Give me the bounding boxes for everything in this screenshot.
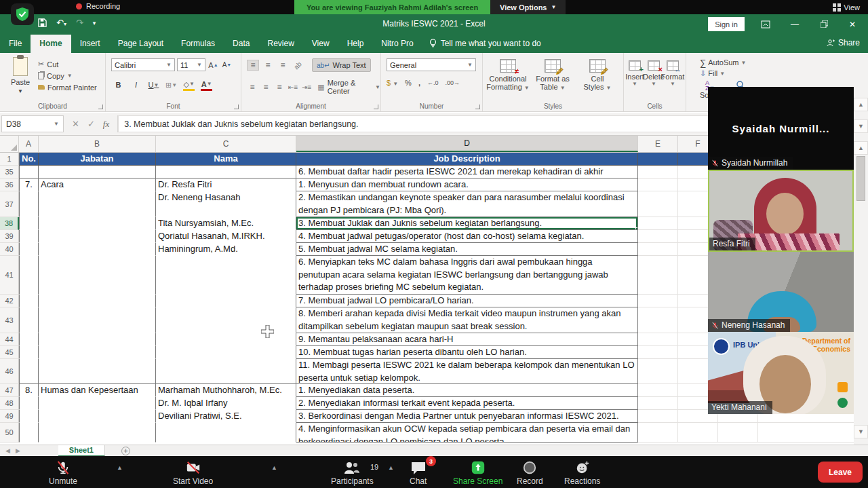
align-right-icon[interactable]: ≡ — [274, 82, 285, 92]
cell-nama[interactable]: Dr. Resfa Fitri — [156, 179, 296, 191]
cell-no[interactable] — [19, 230, 39, 243]
unmute-options-caret[interactable]: ▲ — [117, 464, 123, 471]
cell-no[interactable] — [19, 423, 39, 443]
column-header-d[interactable]: D — [296, 136, 638, 152]
cell[interactable] — [638, 307, 678, 333]
tab-home[interactable]: Home — [31, 35, 71, 53]
enter-icon[interactable]: ✓ — [87, 119, 95, 129]
cell-jabatan[interactable] — [39, 295, 156, 307]
bold-button[interactable]: B — [113, 79, 124, 91]
cell-job-description[interactable]: 6. Menyiapkan teks MC dalam bahasa Inggr… — [296, 256, 638, 295]
selected-cell[interactable]: 3. Membuat Juklak dan Juknis sebelum keg… — [296, 217, 638, 230]
cell-no[interactable] — [19, 307, 39, 333]
tell-me-box[interactable]: Tell me what you want to do — [422, 35, 548, 53]
increase-decimal-icon[interactable]: ←.0 — [427, 79, 439, 86]
cell[interactable] — [638, 217, 678, 230]
cell-job-description[interactable]: 10. Membuat tugas harian peserta dibantu… — [296, 346, 638, 359]
row-header[interactable]: 36 — [0, 179, 19, 191]
sheet-tab[interactable]: Sheet1 — [58, 445, 105, 457]
cell-job-description[interactable]: 7. Membuat jadwal LO pembicara/LO harian… — [296, 295, 638, 307]
cell[interactable] — [638, 384, 678, 397]
cell-nama[interactable]: Tita Nursyamsiah, M.Ec. — [156, 217, 296, 230]
cell-styles-button[interactable]: 🖉 Cell Styles ▼ — [575, 56, 620, 92]
row-header[interactable]: 49 — [0, 410, 19, 423]
row-header[interactable]: 47 — [0, 384, 19, 397]
cell[interactable] — [638, 397, 678, 410]
tab-insert[interactable]: Insert — [71, 35, 109, 53]
cut-button[interactable]: ✂ Cut — [38, 58, 97, 70]
cell[interactable] — [758, 423, 868, 443]
unmute-button[interactable]: Unmute — [49, 460, 77, 486]
share-screen-button[interactable]: Share Screen — [453, 460, 502, 486]
sign-in-button[interactable]: Sign in — [708, 17, 745, 31]
percent-style-icon[interactable]: % — [405, 79, 412, 87]
bottom-align-icon[interactable]: ≡ — [277, 60, 289, 70]
autosum-button[interactable]: ∑ AutoSum ▼ — [700, 57, 751, 68]
cell-no[interactable] — [19, 217, 39, 230]
cell[interactable] — [638, 243, 678, 256]
tab-view[interactable]: View — [303, 35, 338, 53]
share-button[interactable]: Share — [827, 38, 860, 48]
participants-options-caret[interactable]: ▲ — [388, 464, 394, 471]
cell-job-description[interactable]: 2. Memastikan undangan keynote speaker d… — [296, 191, 638, 217]
expand-formula-bar-icon[interactable]: ▼ — [854, 119, 868, 133]
merge-center-button[interactable]: ▦ Merge & Center ▼ — [317, 79, 380, 95]
cell[interactable] — [638, 179, 678, 191]
cell-nama[interactable] — [156, 256, 296, 295]
cell-job-description[interactable]: 8. Memberi arahan kepada divisi Media te… — [296, 307, 638, 333]
decrease-indent-icon[interactable]: ⇤≡ — [288, 83, 298, 91]
row-header[interactable]: 46 — [0, 359, 19, 384]
cell-no[interactable] — [19, 397, 39, 410]
top-align-icon[interactable]: ≡ — [247, 60, 259, 71]
row-header[interactable]: 50 — [0, 423, 19, 443]
paste-button[interactable]: Paste ▼ — [7, 57, 34, 99]
cell-nama[interactable] — [156, 295, 296, 307]
cell-nama[interactable] — [156, 423, 296, 443]
tab-nitro-pro[interactable]: Nitro Pro — [372, 35, 422, 53]
cell-no[interactable] — [19, 256, 39, 295]
cell-no[interactable]: 8. — [19, 384, 39, 397]
header-cell-nama[interactable]: Nama — [156, 153, 296, 166]
participant-video-tile[interactable]: Neneng Hasanah — [708, 252, 854, 332]
fill-button[interactable]: ⇩ Fill ▼ — [700, 68, 751, 79]
number-format-select[interactable]: General▼ — [387, 58, 476, 71]
font-size-select[interactable]: 11▼ — [177, 58, 205, 71]
italic-button[interactable]: I — [130, 79, 142, 91]
grow-font-button[interactable]: A▲ — [208, 59, 219, 71]
cell-no[interactable]: 7. — [19, 179, 39, 191]
cell-job-description[interactable]: 5. Membuat jadwal MC selama kegiatan. — [296, 243, 638, 256]
cell-nama[interactable]: Deviliani Pratiwi, S.E. — [156, 410, 296, 423]
cell[interactable] — [638, 423, 678, 443]
cell-jabatan[interactable] — [39, 359, 156, 384]
cell-jabatan[interactable] — [39, 191, 156, 217]
row-header[interactable]: 40 — [0, 243, 19, 256]
align-left-icon[interactable]: ≡ — [247, 82, 258, 92]
cell-job-description[interactable]: 9. Memantau pelaksanaan acara hari-H — [296, 333, 638, 346]
cell-nama[interactable]: Dr. M. Iqbal Irfany — [156, 397, 296, 410]
column-header-c[interactable]: C — [156, 136, 296, 152]
cell[interactable] — [638, 295, 678, 307]
fill-handle[interactable] — [635, 227, 638, 230]
cell[interactable] — [638, 346, 678, 359]
sheet-nav-arrows[interactable]: ◀▶ — [0, 447, 31, 454]
cell[interactable] — [678, 423, 718, 443]
cell-no[interactable] — [19, 346, 39, 359]
cell-nama[interactable] — [156, 359, 296, 384]
row-header[interactable]: 38 — [0, 217, 19, 230]
cell-no[interactable] — [19, 243, 39, 256]
minimize-button[interactable]: — — [783, 14, 806, 34]
participant-video-tile[interactable]: IPB UniversityDepartment ofIslamic Econo… — [708, 332, 854, 414]
row-header[interactable]: 45 — [0, 346, 19, 359]
video-options-caret[interactable]: ▲ — [271, 464, 277, 471]
cell-nama[interactable]: Qoriatul Hasanah, M.IRKH. — [156, 230, 296, 243]
row-header[interactable]: 42 — [0, 295, 19, 307]
header-cell-jabatan[interactable]: Jabatan — [39, 153, 156, 166]
cell-nama[interactable] — [156, 346, 296, 359]
cell[interactable] — [638, 230, 678, 243]
cancel-icon[interactable]: ✕ — [72, 119, 79, 129]
insert-cells-button[interactable]: + Insert ▼ — [625, 57, 644, 87]
font-name-select[interactable]: Calibri▼ — [111, 58, 175, 71]
cell-jabatan[interactable]: Acara — [39, 179, 156, 191]
cell[interactable] — [638, 256, 678, 295]
cell-jabatan[interactable] — [39, 256, 156, 295]
